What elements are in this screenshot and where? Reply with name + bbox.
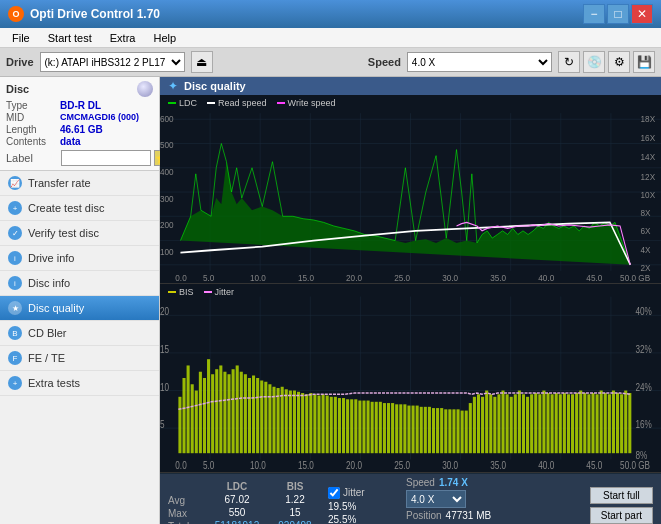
maximize-button[interactable]: □	[607, 4, 629, 24]
disc-contents-label: Contents	[6, 136, 58, 147]
svg-text:30.0: 30.0	[442, 272, 458, 283]
svg-text:5: 5	[160, 419, 165, 430]
svg-rect-78	[182, 378, 185, 453]
nav-drive-info[interactable]: i Drive info	[0, 246, 159, 271]
svg-rect-104	[289, 391, 292, 454]
svg-rect-162	[526, 397, 529, 453]
save-button[interactable]: 💾	[633, 51, 655, 73]
chart-icon: ✦	[168, 79, 178, 93]
svg-rect-177	[587, 394, 590, 453]
top-chart: LDC Read speed Write speed	[160, 95, 661, 284]
top-chart-legend: LDC Read speed Write speed	[168, 98, 335, 108]
nav-verify-test-disc[interactable]: ✓ Verify test disc	[0, 221, 159, 246]
max-label: Max	[168, 508, 204, 519]
menu-help[interactable]: Help	[145, 30, 184, 46]
svg-rect-97	[260, 381, 263, 454]
disc-header-title: Disc	[6, 83, 29, 95]
disc-type-value: BD-R DL	[60, 100, 101, 111]
stats-row: Avg Max Total LDC 67.02 550 51181912 BIS…	[160, 473, 661, 524]
nav-extra-tests[interactable]: + Extra tests	[0, 371, 159, 396]
disc-icon	[137, 81, 153, 97]
svg-rect-148	[469, 403, 472, 453]
left-panel: Disc Type BD-R DL MID CMCMAGDI6 (000) Le…	[0, 77, 160, 524]
svg-rect-112	[322, 394, 325, 453]
svg-rect-80	[191, 384, 194, 453]
start-part-button[interactable]: Start part	[590, 507, 653, 524]
chart-header: ✦ Disc quality	[160, 77, 661, 95]
menu-file[interactable]: File	[4, 30, 38, 46]
speed-stat-select[interactable]: 4.0 X	[406, 490, 466, 508]
drive-select[interactable]: (k:) ATAPI iHBS312 2 PL17	[40, 52, 185, 72]
svg-rect-142	[444, 409, 447, 453]
svg-rect-91	[236, 365, 239, 453]
drive-label: Drive	[6, 56, 34, 68]
disc-length-label: Length	[6, 124, 58, 135]
svg-rect-105	[293, 391, 296, 454]
jitter-max: 25.5%	[328, 514, 398, 525]
svg-text:20.0: 20.0	[346, 461, 362, 472]
nav-cd-bler[interactable]: B CD Bler	[0, 321, 159, 346]
svg-rect-115	[334, 397, 337, 453]
menu-start-test[interactable]: Start test	[40, 30, 100, 46]
refresh-button[interactable]: ↻	[558, 51, 580, 73]
svg-rect-79	[187, 365, 190, 453]
svg-rect-117	[342, 398, 345, 453]
eject-button[interactable]: ⏏	[191, 51, 213, 73]
svg-rect-108	[305, 394, 308, 453]
minimize-button[interactable]: −	[583, 4, 605, 24]
svg-rect-99	[268, 384, 271, 453]
svg-rect-183	[612, 391, 615, 454]
titlebar: O Opti Drive Control 1.70 − □ ✕	[0, 0, 661, 28]
svg-rect-170	[559, 394, 562, 453]
svg-rect-169	[555, 393, 558, 453]
svg-text:16X: 16X	[641, 132, 656, 143]
svg-rect-116	[338, 398, 341, 453]
transfer-rate-icon: 📈	[8, 176, 22, 190]
svg-rect-103	[285, 389, 288, 453]
jitter-checkbox[interactable]	[328, 487, 340, 499]
disc-label-input[interactable]	[61, 150, 151, 166]
svg-rect-134	[412, 406, 415, 454]
nav-disc-info[interactable]: i Disc info	[0, 271, 159, 296]
svg-rect-111	[317, 396, 320, 454]
disc-length-value: 46.61 GB	[60, 124, 103, 135]
svg-text:45.0: 45.0	[586, 272, 602, 283]
svg-rect-82	[199, 372, 202, 453]
disc-section: Disc Type BD-R DL MID CMCMAGDI6 (000) Le…	[0, 77, 159, 171]
svg-rect-126	[379, 402, 382, 453]
svg-rect-164	[534, 393, 537, 453]
svg-rect-110	[313, 394, 316, 453]
nav-disc-quality[interactable]: ★ Disc quality	[0, 296, 159, 321]
nav-create-test-disc[interactable]: + Create test disc	[0, 196, 159, 221]
start-full-button[interactable]: Start full	[590, 487, 653, 504]
burn-button[interactable]: 💿	[583, 51, 605, 73]
legend-bis: BIS	[179, 287, 194, 297]
nav-fe-te[interactable]: F FE / TE	[0, 346, 159, 371]
nav-transfer-rate[interactable]: 📈 Transfer rate	[0, 171, 159, 196]
svg-text:5.0: 5.0	[203, 272, 214, 283]
settings-button[interactable]: ⚙	[608, 51, 630, 73]
svg-rect-106	[297, 392, 300, 453]
svg-rect-114	[330, 397, 333, 453]
svg-rect-129	[391, 403, 394, 453]
svg-rect-172	[567, 394, 570, 453]
svg-rect-128	[387, 403, 390, 453]
svg-text:10: 10	[160, 382, 169, 393]
close-button[interactable]: ✕	[631, 4, 653, 24]
svg-text:300: 300	[160, 193, 174, 204]
svg-text:8X: 8X	[641, 208, 651, 219]
svg-rect-120	[354, 399, 357, 453]
menu-extra[interactable]: Extra	[102, 30, 144, 46]
legend-write-speed: Write speed	[288, 98, 336, 108]
svg-text:500: 500	[160, 140, 174, 151]
svg-text:200: 200	[160, 220, 174, 231]
svg-rect-158	[510, 397, 513, 453]
svg-rect-187	[628, 393, 631, 453]
svg-rect-130	[395, 404, 398, 453]
nav-label-cd-bler: CD Bler	[28, 327, 67, 339]
speed-select-main[interactable]: 4.0 X	[407, 52, 552, 72]
svg-rect-101	[277, 388, 280, 453]
disc-mid-label: MID	[6, 112, 58, 123]
svg-rect-119	[350, 399, 353, 453]
svg-rect-83	[203, 378, 206, 453]
